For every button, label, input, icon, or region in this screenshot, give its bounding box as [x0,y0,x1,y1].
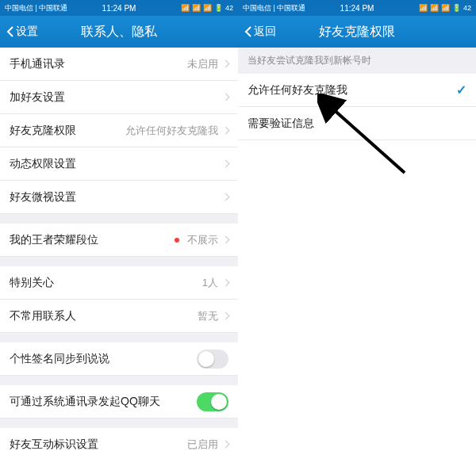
row-detail: 不展示 [187,233,218,247]
row-detail: 已启用 [187,438,218,452]
option-row[interactable]: 需要验证信息 [238,107,476,140]
settings-row[interactable]: 好友微视设置 [0,181,238,214]
chevron-right-icon [222,160,230,168]
toggle-switch[interactable] [197,350,228,369]
status-bar: 中国电信 | 中国联通 11:24 PM 📶📶📶🔋42 [0,0,238,16]
row-accessory: 允许任何好友克隆我 [125,124,228,138]
row-accessory [223,194,228,200]
settings-row[interactable]: 可通过系统通讯录发起QQ聊天 [0,385,238,419]
row-label: 动态权限设置 [10,157,76,171]
row-label: 个性签名同步到说说 [10,352,109,366]
group-gap [0,419,238,428]
row-detail: 允许任何好友克隆我 [125,124,218,138]
chevron-right-icon [222,312,230,320]
row-label: 加好友设置 [10,90,65,105]
group-gap [0,257,238,266]
row-accessory: 不展示 [175,233,228,247]
phone-right: 中国电信 | 中国联通 11:24 PM 📶📶📶🔋42 返回 好友克隆权限 当好… [238,0,476,451]
option-label: 允许任何好友克隆我 [248,83,347,97]
settings-row[interactable]: 加好友设置 [0,81,238,114]
option-row[interactable]: 允许任何好友克隆我✓ [238,74,476,107]
settings-row[interactable]: 好友互动标识设置已启用 [0,428,238,451]
row-accessory [223,161,228,166]
group-gap [0,333,238,342]
chevron-right-icon [222,236,230,244]
group-gap [0,376,238,385]
back-label: 设置 [16,25,38,39]
row-detail: 未启用 [187,57,218,71]
back-label: 返回 [254,25,276,39]
row-accessory: 1人 [202,276,228,290]
chevron-left-icon [244,25,252,38]
row-label: 特别关心 [10,276,54,290]
checkmark-icon: ✓ [456,82,466,97]
chevron-right-icon [222,279,230,287]
row-label: 好友微视设置 [10,190,76,204]
nav-bar-right: 返回 好友克隆权限 [238,16,476,48]
row-accessory: 已启用 [187,438,228,452]
status-indicators: 📶📶📶🔋42 [419,4,471,12]
chevron-right-icon [222,60,230,68]
status-carrier: 中国电信 | 中国联通 [5,3,67,13]
chevron-left-icon [6,25,14,38]
status-bar: 中国电信 | 中国联通 11:24 PM 📶📶📶🔋42 [238,0,476,16]
status-indicators: 📶📶📶🔋42 [181,4,233,12]
settings-row[interactable]: 不常用联系人暂无 [0,300,238,333]
settings-row[interactable]: 好友克隆权限允许任何好友克隆我 [0,114,238,147]
row-label: 可通过系统通讯录发起QQ聊天 [10,395,160,409]
options-list: 当好友尝试克隆我到新帐号时 允许任何好友克隆我✓需要验证信息 [238,48,476,451]
toggle-switch[interactable] [197,392,228,411]
settings-list[interactable]: 手机通讯录未启用加好友设置好友克隆权限允许任何好友克隆我动态权限设置好友微视设置… [0,48,238,451]
row-label: 手机通讯录 [10,57,65,71]
settings-row[interactable]: 我的王者荣耀段位不展示 [0,224,238,257]
row-label: 好友克隆权限 [10,124,76,138]
row-accessory: 暂无 [198,309,228,323]
settings-row[interactable]: 特别关心1人 [0,266,238,300]
row-accessory [223,94,228,100]
row-label: 不常用联系人 [10,309,76,323]
back-button[interactable]: 返回 [238,25,282,39]
group-gap [0,214,238,224]
chevron-right-icon [222,441,230,449]
back-button[interactable]: 设置 [0,25,44,39]
chevron-right-icon [222,127,230,135]
settings-row[interactable]: 个性签名同步到说说 [0,342,238,376]
status-carrier: 中国电信 | 中国联通 [243,3,305,13]
phone-left: 中国电信 | 中国联通 11:24 PM 📶📶📶🔋42 设置 联系人、隐私 手机… [0,0,238,451]
row-detail: 暂无 [198,309,218,323]
settings-row[interactable]: 动态权限设置 [0,147,238,181]
row-label: 好友互动标识设置 [10,438,98,452]
row-accessory [197,392,228,411]
section-header: 当好友尝试克隆我到新帐号时 [238,48,476,74]
settings-row[interactable]: 手机通讯录未启用 [0,48,238,81]
nav-bar-left: 设置 联系人、隐私 [0,16,238,48]
row-accessory: 未启用 [187,57,228,71]
option-label: 需要验证信息 [248,117,314,131]
row-accessory [197,350,228,369]
chevron-right-icon [222,193,230,201]
red-dot-icon [175,238,179,243]
row-detail: 1人 [202,276,218,290]
row-label: 我的王者荣耀段位 [10,233,98,247]
chevron-right-icon [222,94,230,101]
